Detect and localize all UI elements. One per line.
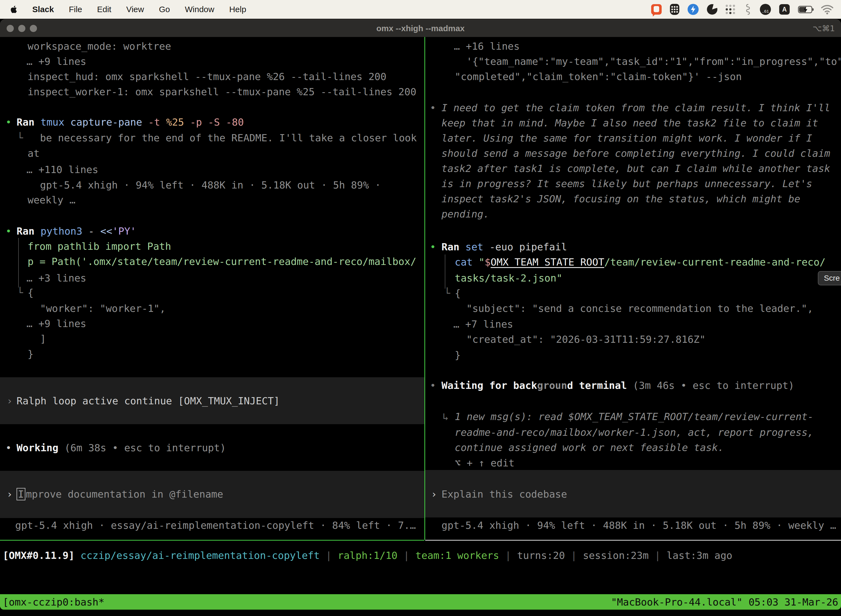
text-run: "subject": "send a concise recommendatio… bbox=[466, 301, 813, 316]
text-segment: << bbox=[100, 226, 112, 237]
text-run: Ran set -euo pipefail bbox=[441, 239, 567, 254]
terminal-line-right: "completed","claim_token":"claim-token"}… bbox=[0, 69, 841, 84]
text-run: pending. bbox=[441, 207, 489, 221]
terminal-line-right: readme-and-reco/mailbox/worker-1.json, a… bbox=[0, 425, 841, 440]
text-segment: ⌥ + ↑ edit bbox=[455, 457, 514, 469]
text-run: • bbox=[6, 224, 12, 239]
terminal-line-right: should send a message before completing … bbox=[0, 146, 841, 161]
text-segment: team:1 workers bbox=[416, 550, 499, 561]
terminal-line-right: … +7 lines bbox=[0, 317, 841, 332]
tmux-session-label: [omx-cczip0:bash* bbox=[3, 596, 104, 608]
text-segment: • bbox=[430, 241, 436, 252]
text-segment: Ran bbox=[441, 241, 466, 252]
text-segment: gpt-5.4 xhigh · 94% left · 488K in · 5.1… bbox=[441, 520, 836, 531]
terminal-line-right: ↳ 1 new msg(s): read $OMX_TEAM_STATE_ROO… bbox=[0, 409, 841, 424]
screen: { "colors": { "accent_green": "#4ecb4e",… bbox=[0, 0, 841, 616]
text-segment: tasks/task-2.json" bbox=[455, 273, 562, 284]
text-run: { bbox=[455, 286, 461, 301]
terminal-line-right: continue assigned work or next feasible … bbox=[0, 440, 841, 455]
text-run: › bbox=[431, 487, 437, 502]
text-segment: '{"team_name":"my-team","task_id":"1","f… bbox=[466, 56, 841, 67]
terminal-line-right: •Waiting for background terminal (3m 46s… bbox=[0, 378, 841, 393]
terminal-line-right: keep that in mind. Maybe I also need the… bbox=[0, 115, 841, 131]
text-segment: ralph:1/10 bbox=[338, 550, 398, 561]
text-run: "created_at": "2026-03-31T11:59:27.816Z" bbox=[466, 332, 706, 347]
terminal-line-right: ›Explain this codebase bbox=[0, 487, 841, 502]
text-run: task2 after task1 is complete, but can I… bbox=[441, 161, 830, 176]
text-segment: › bbox=[7, 395, 13, 406]
text-segment: 1 new msg(s): read $OMX_TEAM_STATE_ROOT/… bbox=[455, 411, 813, 422]
terminal-line-right: inspect task2's JSON, focusing on the st… bbox=[0, 191, 841, 207]
terminal-line-right: gpt-5.4 xhigh · 94% left · 488K in · 5.1… bbox=[0, 518, 841, 533]
terminal-text-layer[interactable]: workspace_mode: worktree… +9 linesinspec… bbox=[0, 0, 841, 616]
text-segment: 'PY' bbox=[112, 226, 136, 237]
text-run: Explain this codebase bbox=[441, 487, 567, 502]
text-run: continue assigned work or next feasible … bbox=[455, 440, 724, 455]
terminal-line-left: ›Ralph loop active continue [OMX_TMUX_IN… bbox=[0, 393, 841, 408]
text-segment: cat bbox=[455, 257, 479, 268]
text-segment: d terminal bbox=[567, 380, 633, 391]
text-run: cat "$OMX_TEAM_STATE_ROOT/team/review-cu… bbox=[455, 254, 826, 270]
omx-status-line: [OMX#0.11.9] cczip/essay/ai-reimplementa… bbox=[0, 548, 841, 563]
tmux-host-clock: "MacBook-Pro-44.local" 05:03 31-Mar-26 bbox=[611, 596, 838, 608]
terminal-line-right: is in progress? It seems likely but perh… bbox=[0, 176, 841, 191]
text-segment: - bbox=[88, 226, 100, 237]
text-segment: inspect task2's JSON, focusing on the st… bbox=[441, 193, 800, 204]
text-run: I need to get the claim token from the c… bbox=[441, 100, 830, 115]
text-segment: "subject": "send a concise recommendatio… bbox=[466, 303, 813, 314]
terminal-line-left: inspect_worker-1: omx sparkshell --tmux-… bbox=[0, 84, 841, 99]
text-segment: -euo pipefail bbox=[489, 241, 567, 252]
text-segment: Ran bbox=[16, 226, 41, 237]
terminal-line-right: pending. bbox=[0, 207, 841, 221]
text-segment: should send a message before completing … bbox=[441, 148, 830, 159]
text-run: └ bbox=[444, 286, 450, 301]
text-run: later. Using the same for transition mig… bbox=[441, 131, 812, 146]
terminal-line-right: '{"team_name":"my-team","task_id":"1","f… bbox=[0, 54, 841, 69]
text-run: 1 new msg(s): read $OMX_TEAM_STATE_ROOT/… bbox=[455, 409, 813, 424]
text-segment: | bbox=[499, 550, 517, 561]
text-segment: } bbox=[455, 349, 461, 361]
text-run: should send a message before completing … bbox=[441, 146, 830, 161]
text-segment: › bbox=[431, 488, 437, 500]
overlay-label: Scre bbox=[824, 274, 840, 283]
text-run: "completed","claim_token":"claim-token"}… bbox=[455, 69, 742, 84]
text-run: [OMX#0.11.9] cczip/essay/ai-reimplementa… bbox=[3, 548, 732, 563]
text-segment: last:3m ago bbox=[667, 550, 732, 561]
text-segment: | bbox=[565, 550, 583, 561]
text-segment: Ralph loop active continue [OMX_TMUX_INJ… bbox=[16, 395, 280, 406]
text-segment: [OMX#0.11.9] bbox=[3, 550, 81, 561]
text-run: keep that in mind. Maybe I also need the… bbox=[441, 115, 818, 131]
text-run: … +7 lines bbox=[453, 317, 513, 332]
terminal-line-right: cat "$OMX_TEAM_STATE_ROOT/team/review-cu… bbox=[0, 254, 841, 270]
text-run: Ralph loop active continue [OMX_TMUX_INJ… bbox=[16, 393, 280, 408]
text-segment: $ bbox=[485, 257, 491, 268]
text-segment: /team/review-current-readme-and-reco/ bbox=[604, 257, 826, 268]
text-run: • bbox=[430, 239, 436, 254]
terminal-line-right: tasks/task-2.json" bbox=[0, 270, 841, 286]
text-segment: continue assigned work or next feasible … bbox=[455, 442, 724, 453]
text-segment: • bbox=[430, 102, 436, 113]
tmux-status-bar: [omx-cczip0:bash* "MacBook-Pro-44.local"… bbox=[0, 594, 841, 610]
text-segment: later. Using the same for transition mig… bbox=[441, 132, 812, 144]
text-run: Waiting for background terminal (3m 46s … bbox=[441, 378, 794, 393]
text-run: '{"team_name":"my-team","task_id":"1","f… bbox=[466, 54, 841, 69]
text-run: tasks/task-2.json" bbox=[455, 270, 562, 286]
text-run: is in progress? It seems likely but perh… bbox=[441, 176, 812, 191]
text-segment: keep that in mind. Maybe I also need the… bbox=[441, 117, 818, 129]
text-run: ↳ bbox=[442, 409, 454, 424]
text-segment: … +16 lines bbox=[454, 41, 520, 52]
text-run: Ran python3 - <<'PY' bbox=[16, 224, 136, 239]
text-segment: | bbox=[398, 550, 416, 561]
terminal-line-right: later. Using the same for transition mig… bbox=[0, 131, 841, 146]
text-segment: OMX_TEAM_STATE_ROOT bbox=[491, 257, 604, 268]
text-segment: set bbox=[466, 241, 489, 252]
text-segment: "completed","claim_token":"claim-token"}… bbox=[455, 71, 742, 82]
text-segment: python3 bbox=[41, 226, 88, 237]
text-run: inspect_worker-1: omx sparkshell --tmux-… bbox=[28, 84, 416, 99]
text-segment: pending. bbox=[441, 208, 489, 220]
screen-share-overlay[interactable]: Scre bbox=[818, 271, 841, 285]
terminal-line-left: •Ran python3 - <<'PY' bbox=[0, 224, 841, 239]
text-segment: … +7 lines bbox=[453, 318, 513, 330]
text-segment: Waiting for back bbox=[441, 380, 537, 391]
text-segment: ↳ bbox=[442, 411, 454, 422]
